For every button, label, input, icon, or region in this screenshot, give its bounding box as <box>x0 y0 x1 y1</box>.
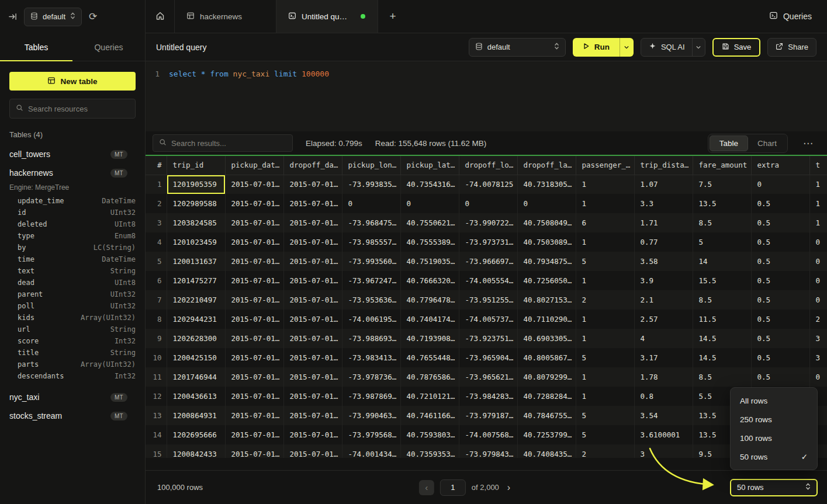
column-item-descendants[interactable]: descendantsInt32 <box>0 370 145 382</box>
table-cell[interactable]: 0 <box>809 232 827 252</box>
table-cell[interactable]: 40.7934875… <box>517 252 576 271</box>
sidebar-table-nyc_taxi[interactable]: nyc_taxiMT <box>0 388 145 406</box>
table-cell[interactable]: 1201023459 <box>167 232 225 252</box>
table-cell[interactable]: 8.5 <box>693 213 751 232</box>
new-tab-button[interactable]: + <box>378 0 407 33</box>
table-cell[interactable]: 0.5 <box>751 232 809 252</box>
table-cell[interactable]: 0 <box>400 194 459 213</box>
table-cell[interactable]: 3.17 <box>634 348 693 367</box>
table-cell[interactable]: -73.993560… <box>342 252 400 271</box>
table-cell[interactable]: 14.5 <box>693 348 751 367</box>
sidebar-tab-tables[interactable]: Tables <box>0 33 72 61</box>
table-cell[interactable]: 2015-07-01… <box>225 387 283 406</box>
table-cell[interactable]: 6 <box>576 213 634 232</box>
column-header[interactable]: dropoff_la… <box>517 156 576 175</box>
table-cell[interactable]: 1 <box>576 175 634 194</box>
column-header[interactable]: pickup_lat… <box>400 156 459 175</box>
table-cell[interactable]: 2015-07-01… <box>283 367 342 387</box>
table-cell[interactable]: 0 <box>459 194 517 213</box>
column-header[interactable]: t <box>809 156 827 175</box>
table-cell[interactable]: 40.7354316… <box>400 175 459 194</box>
table-cell[interactable]: 40.7666320… <box>400 271 459 290</box>
table-cell[interactable]: -73.979843… <box>459 444 517 458</box>
table-cell[interactable]: -73.967247… <box>342 271 400 290</box>
table-cell[interactable]: 40.7210121… <box>400 387 459 406</box>
table-cell[interactable]: 40.7550621… <box>400 213 459 232</box>
table-cell[interactable]: 2 <box>576 290 634 310</box>
table-cell[interactable]: 1201746944 <box>167 367 225 387</box>
table-cell[interactable]: 3 <box>809 329 827 348</box>
column-item-deleted[interactable]: deletedUInt8 <box>0 218 145 230</box>
table-cell[interactable]: -73.953636… <box>342 290 400 310</box>
table-cell[interactable]: 1.71 <box>634 213 693 232</box>
table-cell[interactable]: 5 <box>693 232 751 252</box>
table-cell[interactable]: 0 <box>809 271 827 290</box>
table-cell[interactable]: 0.5 <box>751 213 809 232</box>
table-cell[interactable]: 7.5 <box>693 175 751 194</box>
table-cell[interactable]: 5 <box>576 252 634 271</box>
column-item-by[interactable]: byLC(String) <box>0 242 145 253</box>
table-cell[interactable]: 40.7503089… <box>517 232 576 252</box>
table-cell[interactable]: -73.951255… <box>459 290 517 310</box>
table-cell[interactable]: 40.7846755… <box>517 406 576 425</box>
run-button[interactable]: Run <box>573 38 620 57</box>
table-cell[interactable]: 0.8 <box>634 387 693 406</box>
table-cell[interactable]: 3.54 <box>634 406 693 425</box>
column-item-update_time[interactable]: update_timeDateTime <box>0 195 145 207</box>
table-cell[interactable]: 40.7253799… <box>517 425 576 444</box>
home-tab[interactable] <box>146 0 175 33</box>
column-item-time[interactable]: timeDateTime <box>0 253 145 265</box>
table-cell[interactable]: 2015-07-01… <box>283 444 342 458</box>
table-cell[interactable]: 40.8027153… <box>517 290 576 310</box>
table-cell[interactable]: 0.5 <box>751 271 809 290</box>
table-cell[interactable]: 40.7555389… <box>400 232 459 252</box>
column-header[interactable]: dropoff_lo… <box>459 156 517 175</box>
column-item-title[interactable]: titleString <box>0 347 145 359</box>
table-cell[interactable]: 2015-07-01… <box>283 213 342 232</box>
table-cell[interactable]: 3.9 <box>634 271 693 290</box>
search-results-input[interactable] <box>171 139 286 148</box>
table-cell[interactable]: 5 <box>576 425 634 444</box>
table-cell[interactable]: 40.7655448… <box>400 348 459 367</box>
table-cell[interactable]: 40.7408435… <box>517 444 576 458</box>
table-cell[interactable]: 40.7593803… <box>400 425 459 444</box>
table-cell[interactable]: 1.07 <box>634 175 693 194</box>
table-cell[interactable]: 2015-07-01… <box>283 387 342 406</box>
table-cell[interactable]: -73.990722… <box>459 213 517 232</box>
view-chart-segment[interactable]: Chart <box>748 136 786 151</box>
run-options-caret[interactable] <box>620 38 634 57</box>
table-cell[interactable]: 2015-07-01… <box>225 329 283 348</box>
rows-menu-item-50-rows[interactable]: 50 rows✓ <box>734 447 814 466</box>
table-cell[interactable]: 1 <box>576 232 634 252</box>
table-cell[interactable]: 1 <box>809 213 827 232</box>
table-cell[interactable]: 1201475277 <box>167 271 225 290</box>
table-cell[interactable]: 8.5 <box>693 367 751 387</box>
column-header[interactable]: pickup_lon… <box>342 156 400 175</box>
table-cell[interactable]: 40.6903305… <box>517 329 576 348</box>
column-item-type[interactable]: typeEnum8 <box>0 230 145 242</box>
sidebar-database-selector[interactable]: default <box>24 8 82 26</box>
table-cell[interactable]: 2 <box>576 444 634 458</box>
table-cell[interactable]: 1203824585 <box>167 213 225 232</box>
table-cell[interactable]: 40.7876586… <box>400 367 459 387</box>
rows-menu-item-100-rows[interactable]: 100 rows <box>734 429 814 447</box>
table-cell[interactable]: 1200864931 <box>167 406 225 425</box>
table-cell[interactable]: 2015-07-01… <box>283 175 342 194</box>
table-cell[interactable]: 13.5 <box>693 194 751 213</box>
column-item-poll[interactable]: pollUInt32 <box>0 300 145 312</box>
refresh-icon[interactable]: ⟳ <box>89 11 97 23</box>
table-cell[interactable]: 15.5 <box>693 271 751 290</box>
view-table-segment[interactable]: Table <box>710 135 748 151</box>
table-cell[interactable]: 2015-07-01… <box>225 310 283 329</box>
table-cell[interactable]: 1202210497 <box>167 290 225 310</box>
table-cell[interactable]: 40.7796478… <box>400 290 459 310</box>
table-cell[interactable]: 0.5 <box>751 252 809 271</box>
table-cell[interactable]: 2015-07-01… <box>225 290 283 310</box>
share-button[interactable]: Share <box>767 38 816 57</box>
results-search[interactable] <box>153 134 293 152</box>
table-cell[interactable]: 1200425150 <box>167 348 225 367</box>
table-cell[interactable]: 1200842433 <box>167 444 225 458</box>
table-cell[interactable]: 1 <box>576 387 634 406</box>
table-cell[interactable]: 0.5 <box>751 348 809 367</box>
table-cell[interactable]: 0.5 <box>751 329 809 348</box>
